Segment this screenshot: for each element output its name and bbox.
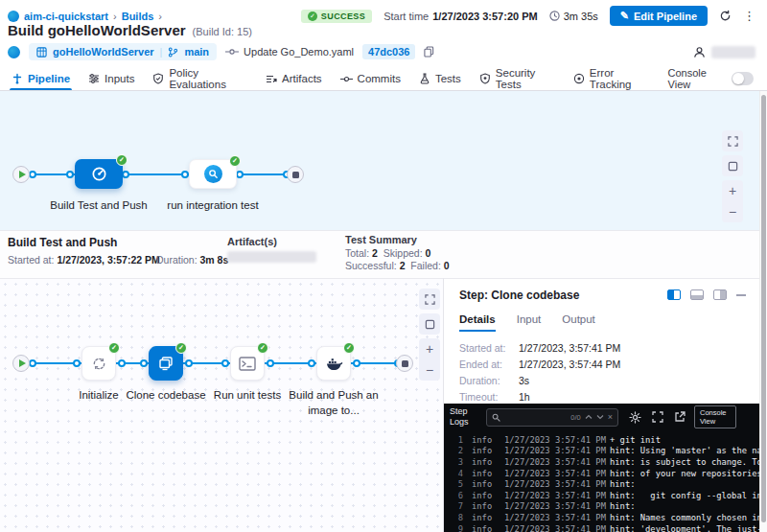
console-title: Step Logs <box>450 406 482 428</box>
policy-shield-icon <box>152 73 164 84</box>
branch-name[interactable]: main <box>184 46 209 58</box>
total-duration: 3m 35s <box>549 11 598 22</box>
repository-icon <box>36 47 47 58</box>
play-icon <box>19 171 26 178</box>
page-title: Build goHelloWorldServer <box>8 22 186 38</box>
log-line: 4info1/27/2023 3:57:41 PMhint: of your n… <box>452 468 759 479</box>
status-text: SUCCESS <box>321 12 365 21</box>
test-summary-title: Test Summary <box>345 234 417 245</box>
search-prev-button[interactable] <box>585 414 593 420</box>
log-fullscreen-button[interactable] <box>652 411 663 423</box>
breadcrumb: aim-ci-quickstart › Builds › <box>8 11 162 22</box>
edge-connector-dot <box>122 171 129 178</box>
stage-graph-canvas[interactable]: ✓ ✓ Build Test and Push run integration … <box>0 91 759 230</box>
step-graph-canvas[interactable]: ✓ ✓ ✓ ✓ Initialize Clone codebase Run un… <box>0 278 443 532</box>
commit-icon <box>225 47 239 57</box>
stage-label[interactable]: run integration test <box>160 198 266 214</box>
edge-connector-dot <box>140 359 148 367</box>
log-line: 7info1/27/2023 3:57:41 PMhint: <box>452 501 759 513</box>
stop-icon <box>292 172 299 178</box>
status-badge: ✓ SUCCESS <box>301 10 372 23</box>
step-panel-title: Step: Clone codebase <box>459 289 579 302</box>
tab-artifacts[interactable]: Artifacts <box>266 67 322 90</box>
edge-connector-dot <box>185 359 193 367</box>
pipeline-end-node <box>287 166 304 183</box>
success-check-icon: ✓ <box>229 155 241 167</box>
tab-tests[interactable]: Tests <box>419 67 461 90</box>
panel-layout-controls <box>667 289 746 300</box>
zoom-in-button[interactable]: + <box>419 338 440 359</box>
tab-inputs[interactable]: Inputs <box>88 67 134 90</box>
header-actions: ✓ SUCCESS Start time1/27/2023 3:57:20 PM… <box>301 6 755 26</box>
tab-policy-evaluations[interactable]: Policy Evaluations <box>152 67 247 90</box>
console-view-button[interactable]: Console View <box>694 405 736 429</box>
edit-pipeline-button[interactable]: ✎ Edit Pipeline <box>610 6 708 26</box>
tab-output[interactable]: Output <box>562 313 595 332</box>
repo-branch-pill[interactable]: goHelloWorldServer | main <box>29 43 217 60</box>
log-lines[interactable]: 1info1/27/2023 3:57:41 PM+ git init 2inf… <box>444 430 759 532</box>
tab-error-tracking[interactable]: Error Tracking <box>573 67 650 90</box>
step-node-run-unit-tests[interactable]: ✓ <box>230 346 265 381</box>
edge-connector-dot <box>118 359 126 367</box>
stage-node-build-test-and-push[interactable]: ✓ <box>75 159 123 189</box>
console-view-toggle[interactable] <box>732 72 754 85</box>
zoom-in-button[interactable]: + <box>722 180 743 201</box>
zoom-out-button[interactable]: − <box>722 201 743 222</box>
zoom-out-button[interactable]: − <box>419 359 440 381</box>
build-page: aim-ci-quickstart › Builds › ✓ SUCCESS S… <box>0 0 767 532</box>
console-view-label: Console View <box>668 67 725 90</box>
initialize-sync-icon <box>91 356 107 372</box>
fit-view-icon <box>425 319 435 330</box>
stage-label[interactable]: Build Test and Push <box>46 198 151 214</box>
stage-details-title: Build Test and Push <box>8 236 117 249</box>
test-summary-line1: Total: 2 Skipped: 0 <box>345 247 430 259</box>
log-line: 5info1/27/2023 3:57:41 PMhint: <box>452 478 759 490</box>
step-node-initialize[interactable]: ✓ <box>81 346 116 381</box>
canvas-fit-button[interactable] <box>722 155 743 176</box>
tab-input[interactable]: Input <box>517 313 542 332</box>
commit-sha-link[interactable]: 47dc036 <box>362 44 415 59</box>
canvas-fullscreen-button[interactable] <box>722 130 743 151</box>
search-next-button[interactable] <box>596 414 604 420</box>
tab-pipeline[interactable]: Pipeline <box>12 67 70 90</box>
canvas-fit-button[interactable] <box>419 313 440 335</box>
repo-name[interactable]: goHelloWorldServer <box>53 46 154 58</box>
canvas-fullscreen-button[interactable] <box>419 289 440 310</box>
log-line: 3info1/27/2023 3:57:41 PMhint: is subjec… <box>452 456 759 468</box>
tab-security-tests[interactable]: Security Tests <box>479 67 555 90</box>
artifacts-label: Artifact(s) <box>227 236 277 247</box>
step-node-clone-codebase[interactable]: ✓ <box>149 346 183 381</box>
minimize-panel-icon[interactable] <box>736 294 746 296</box>
breadcrumb-builds[interactable]: Builds <box>122 11 154 22</box>
log-search-box[interactable]: 0/0 × <box>486 408 618 427</box>
layout-bottom-icon[interactable] <box>690 289 704 300</box>
search-icon <box>492 413 500 422</box>
page-scrollbar[interactable] <box>759 91 767 532</box>
more-options-button[interactable]: ⋮ <box>743 9 755 23</box>
gear-icon <box>629 411 641 424</box>
field-ended-at: Ended at: 1/27/2023, 3:57:44 PM <box>459 359 620 370</box>
open-in-new-button[interactable] <box>674 411 686 423</box>
edge-connector-dot <box>221 359 229 367</box>
tab-commits[interactable]: Commits <box>340 67 401 90</box>
search-clear-button[interactable]: × <box>608 413 613 422</box>
log-settings-button[interactable] <box>629 411 641 424</box>
search-match-count: 0/0 <box>570 413 580 422</box>
inputs-icon <box>88 73 100 84</box>
scrollbar-thumb[interactable] <box>761 95 766 522</box>
tab-details[interactable]: Details <box>459 313 496 332</box>
layout-split-left-icon[interactable] <box>667 289 681 300</box>
step-label[interactable]: Build and Push an image to... <box>281 388 386 418</box>
refresh-button[interactable] <box>719 10 732 22</box>
start-time-value: 1/27/2023 3:57:20 PM <box>432 11 537 22</box>
stage-node-run-integration-test[interactable]: ✓ <box>189 159 237 189</box>
layout-right-icon[interactable] <box>713 289 727 300</box>
edge-connector-dot <box>181 171 189 178</box>
field-started-at: Started at: 1/27/2023, 3:57:41 PM <box>459 342 620 354</box>
copy-icon[interactable] <box>424 46 434 58</box>
canvas-zoom-controls: + − <box>722 180 743 222</box>
breadcrumb-project[interactable]: aim-ci-quickstart <box>24 11 108 22</box>
step-node-build-and-push[interactable]: ✓ <box>316 346 351 381</box>
log-line: 9info1/27/2023 3:57:41 PMhint: 'developm… <box>452 523 759 532</box>
edge-connector-dot <box>73 359 81 367</box>
